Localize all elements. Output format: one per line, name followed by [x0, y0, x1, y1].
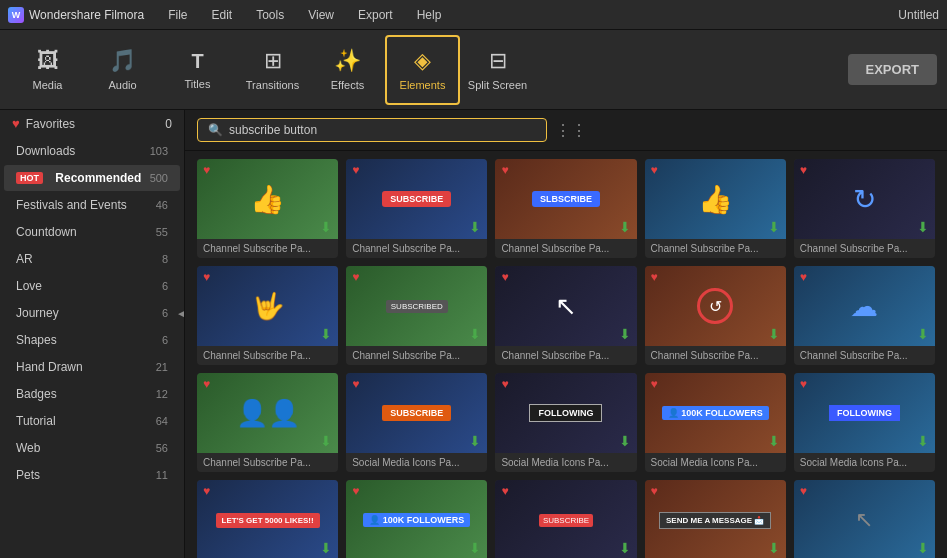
grid-label-9: Channel Subscribe Pa... — [794, 346, 935, 365]
download-icon-9[interactable]: ⬇ — [917, 326, 929, 342]
sidebar-item-journey[interactable]: Journey 6 ◀ — [4, 300, 180, 326]
fav-icon-16: ♥ — [352, 484, 359, 498]
download-icon-18[interactable]: ⬇ — [768, 540, 780, 556]
toolbar-effects[interactable]: ✨ Effects — [310, 35, 385, 105]
toolbar-split-screen-label: Split Screen — [468, 79, 527, 91]
grid-item-12[interactable]: ♥ FOLLOWING ⬇ Social Media Icons Pa... — [495, 373, 636, 472]
download-icon-7[interactable]: ⬇ — [619, 326, 631, 342]
download-icon-5[interactable]: ⬇ — [320, 326, 332, 342]
toolbar-transitions[interactable]: ⊞ Transitions — [235, 35, 310, 105]
menu-view[interactable]: View — [304, 6, 338, 24]
grid-item-3[interactable]: ♥ 👍 ⬇ Channel Subscribe Pa... — [645, 159, 786, 258]
people-icon: 👤👤 — [236, 398, 300, 429]
toolbar-elements-label: Elements — [400, 79, 446, 91]
download-icon-16[interactable]: ⬇ — [469, 540, 481, 556]
grid-label-8: Channel Subscribe Pa... — [645, 346, 786, 365]
menu-file[interactable]: File — [164, 6, 191, 24]
grid-item-9[interactable]: ♥ ☁ ⬇ Channel Subscribe Pa... — [794, 266, 935, 365]
sidebar-countdown-count: 55 — [156, 226, 168, 238]
sidebar-item-shapes[interactable]: Shapes 6 — [4, 327, 180, 353]
sidebar-badges-count: 12 — [156, 388, 168, 400]
sidebar-tutorial-label: Tutorial — [16, 414, 56, 428]
download-icon-4[interactable]: ⬇ — [917, 219, 929, 235]
download-icon-11[interactable]: ⬇ — [469, 433, 481, 449]
export-button[interactable]: EXPORT — [848, 54, 937, 85]
download-icon-6[interactable]: ⬇ — [469, 326, 481, 342]
elements-icon: ◈ — [414, 48, 431, 74]
grid-label-13: Social Media Icons Pa... — [645, 453, 786, 472]
download-icon-17[interactable]: ⬇ — [619, 540, 631, 556]
download-icon-8[interactable]: ⬇ — [768, 326, 780, 342]
menu-export[interactable]: Export — [354, 6, 397, 24]
sidebar-item-festivals[interactable]: Festivals and Events 46 — [4, 192, 180, 218]
download-icon-2[interactable]: ⬇ — [619, 219, 631, 235]
download-icon-12[interactable]: ⬇ — [619, 433, 631, 449]
search-input[interactable] — [229, 123, 536, 137]
titles-icon: T — [191, 50, 203, 73]
sidebar-item-badges[interactable]: Badges 12 — [4, 381, 180, 407]
grid-item-8[interactable]: ♥ ↺ ⬇ Channel Subscribe Pa... — [645, 266, 786, 365]
toolbar-elements[interactable]: ◈ Elements — [385, 35, 460, 105]
grid-item-14[interactable]: ♥ FOLLOWING ⬇ Social Media Icons Pa... — [794, 373, 935, 472]
toolbar-media-label: Media — [33, 79, 63, 91]
toolbar-split-screen[interactable]: ⊟ Split Screen — [460, 35, 535, 105]
grid-item-7[interactable]: ♥ ↖ ⬇ Channel Subscribe Pa... — [495, 266, 636, 365]
sidebar-favorites-label: Favorites — [26, 117, 75, 131]
menu-tools[interactable]: Tools — [252, 6, 288, 24]
thumb-2: ♥ SLBSCRIBE ⬇ — [495, 159, 636, 239]
grid-item-0[interactable]: ♥ 👍 ⬇ Channel Subscribe Pa... — [197, 159, 338, 258]
grid-item-15[interactable]: ♥ LET'S GET 5000 LIKES!! ⬇ Social Media … — [197, 480, 338, 558]
grid-item-4[interactable]: ♥ ↻ ⬇ Channel Subscribe Pa... — [794, 159, 935, 258]
sidebar-item-tutorial[interactable]: Tutorial 64 — [4, 408, 180, 434]
grid-item-19[interactable]: ♥ ↖ ⬇ Subscribe3 — [794, 480, 935, 558]
sidebar-item-ar[interactable]: AR 8 — [4, 246, 180, 272]
sidebar-item-love[interactable]: Love 6 — [4, 273, 180, 299]
thumb-content-18: SEND ME A MESSAGE 📩 — [645, 480, 786, 558]
sidebar-arrow-icon: ◀ — [178, 307, 185, 320]
grid-item-11[interactable]: ♥ SUBSCRIBE ⬇ Social Media Icons Pa... — [346, 373, 487, 472]
sidebar-item-handdrawn[interactable]: Hand Drawn 21 — [4, 354, 180, 380]
download-icon-13[interactable]: ⬇ — [768, 433, 780, 449]
grid-item-13[interactable]: ♥ 👤 100K FOLLOWERS ⬇ Social Media Icons … — [645, 373, 786, 472]
thumb-content-7: ↖ — [495, 266, 636, 346]
grid-label-12: Social Media Icons Pa... — [495, 453, 636, 472]
grid-item-18[interactable]: ♥ SEND ME A MESSAGE 📩 ⬇ Element_11 — [645, 480, 786, 558]
grid-item-10[interactable]: ♥ 👤👤 ⬇ Channel Subscribe Pa... — [197, 373, 338, 472]
sidebar-item-pets[interactable]: Pets 11 — [4, 462, 180, 488]
search-options-button[interactable]: ⋮⋮ — [555, 121, 587, 140]
likes-badge: LET'S GET 5000 LIKES!! — [216, 513, 320, 528]
sidebar-journey-label: Journey — [16, 306, 59, 320]
subscribe-badge-2: SLBSCRIBE — [532, 191, 600, 207]
download-icon-14[interactable]: ⬇ — [917, 433, 929, 449]
spin-circle-icon: ↺ — [697, 288, 733, 324]
sidebar-item-countdown[interactable]: Countdown 55 — [4, 219, 180, 245]
sidebar-item-favorites[interactable]: ♥ Favorites 0 — [0, 110, 184, 137]
thumb-3: ♥ 👍 ⬇ — [645, 159, 786, 239]
sidebar-item-recommended[interactable]: HOT Recommended 500 — [4, 165, 180, 191]
thumb-1: ♥ SUBSCRIBE ⬇ — [346, 159, 487, 239]
menu-edit[interactable]: Edit — [208, 6, 237, 24]
download-icon-3[interactable]: ⬇ — [768, 219, 780, 235]
download-icon-10[interactable]: ⬇ — [320, 433, 332, 449]
toolbar-titles[interactable]: T Titles — [160, 35, 235, 105]
download-icon-1[interactable]: ⬇ — [469, 219, 481, 235]
menu-help[interactable]: Help — [413, 6, 446, 24]
download-icon-0[interactable]: ⬇ — [320, 219, 332, 235]
sidebar-pets-count: 11 — [156, 469, 168, 481]
grid-item-17[interactable]: ♥ SUBSCRIBE ⬇ Subscribe1 — [495, 480, 636, 558]
sidebar-handdrawn-count: 21 — [156, 361, 168, 373]
grid-item-2[interactable]: ♥ SLBSCRIBE ⬇ Channel Subscribe Pa... — [495, 159, 636, 258]
grid-item-6[interactable]: ♥ SUBSCRIBED ⬇ Channel Subscribe Pa... — [346, 266, 487, 365]
sidebar-item-web[interactable]: Web 56 — [4, 435, 180, 461]
grid-item-16[interactable]: ♥ 👤 100K FOLLOWERS ⬇ Element_17 — [346, 480, 487, 558]
grid-item-1[interactable]: ♥ SUBSCRIBE ⬇ Channel Subscribe Pa... — [346, 159, 487, 258]
toolbar-audio[interactable]: 🎵 Audio — [85, 35, 160, 105]
grid-item-5[interactable]: ♥ 🤟 ⬇ Channel Subscribe Pa... — [197, 266, 338, 365]
download-icon-15[interactable]: ⬇ — [320, 540, 332, 556]
toolbar-media[interactable]: 🖼 Media — [10, 35, 85, 105]
thumb-content-8: ↺ — [645, 266, 786, 346]
download-icon-19[interactable]: ⬇ — [917, 540, 929, 556]
sidebar-item-downloads[interactable]: Downloads 103 — [4, 138, 180, 164]
toolbar-effects-label: Effects — [331, 79, 364, 91]
sidebar-downloads-count: 103 — [150, 145, 168, 157]
